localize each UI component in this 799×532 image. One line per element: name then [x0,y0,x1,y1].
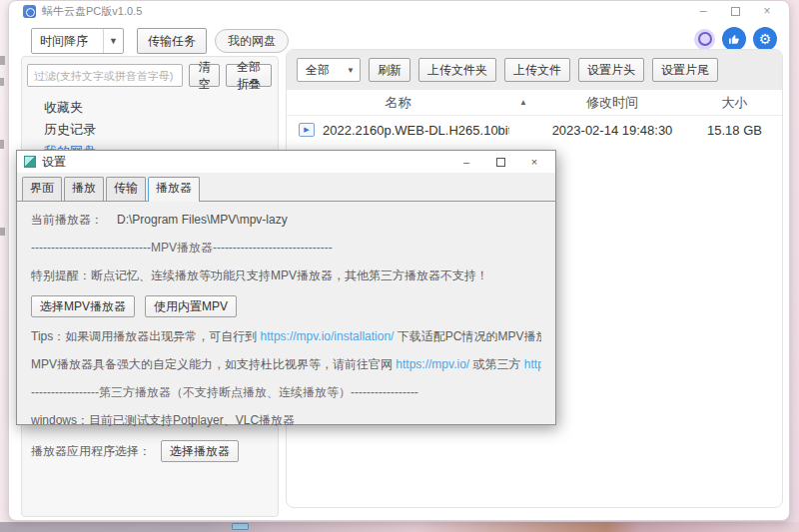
tree-item-label: 收藏夹 [44,99,83,117]
table-row[interactable]: ▶ 2022.2160p.WEB-DL.H265.10bit.DDP.mkv 2… [287,116,782,144]
app-logo-icon [23,5,36,18]
sort-asc-icon[interactable]: ▲ [509,98,537,107]
select-mpv-button[interactable]: 选择MPV播放器 [31,295,135,317]
window-title: 蜗牛云盘PC版v1.0.5 [42,4,142,19]
collapse-all-button[interactable]: 全部折叠 [226,64,272,87]
dialog-tabs: 界面 播放 传输 播放器 [17,173,555,201]
upload-file-button[interactable]: 上传文件 [504,58,570,82]
set-intro-button[interactable]: 设置片头 [578,58,644,82]
transfer-tasks-button[interactable]: 传输任务 [137,28,207,54]
filter-input[interactable] [27,64,183,87]
column-size[interactable]: 大小 [687,94,782,112]
set-outro-button[interactable]: 设置片尾 [652,58,718,82]
tips-suffix: 下载适配PC情况的MPV播放器即可。 [394,329,541,343]
tree-item-history[interactable]: 历史记录 [22,119,278,141]
titlebar: 蜗牛云盘PC版v1.0.5 – × [9,1,789,21]
column-modified[interactable]: 修改时间 [537,94,687,112]
video-file-icon: ▶ [299,123,315,137]
settings-dialog: 设置 – × 界面 播放 传输 播放器 当前播放器：D:\Program Fil… [16,150,556,425]
minimize-icon[interactable]: – [687,1,719,21]
tab-player[interactable]: 播放器 [148,177,200,202]
current-player-label: 当前播放器： [31,213,103,227]
tab-transfer[interactable]: 传输 [106,177,146,201]
column-name[interactable]: 名称 [287,94,509,112]
dialog-minimize-icon[interactable]: – [449,151,483,173]
third-party-divider: -----------------第三方播放器（不支持断点播放、连续播放等）--… [31,384,541,401]
select-player-button[interactable]: 选择播放器 [161,440,239,462]
file-size: 15.18 GB [687,123,782,138]
sort-order-value: 时间降序 [32,33,103,50]
file-modified: 2023-02-14 19:48:30 [537,123,687,138]
dialog-body: 当前播放器：D:\Program Files\MPV\mpv-lazy ----… [17,201,555,462]
mpv-info-prefix: MPV播放器具备强大的自定义能力，如支持杜比视界等，请前往官网 [31,357,396,371]
chevron-down-icon: ▼ [103,29,123,53]
thumbs-up-icon[interactable] [722,27,746,51]
player-select-label: 播放器应用程序选择： [31,443,151,460]
windows-support-text: windows：目前已测试支持Potplayer、VLC播放器 [31,412,541,429]
type-filter-dropdown[interactable]: 全部 ▼ [297,58,361,82]
reminder-text: 特别提醒：断点记忆、连续播放等功能只支持MPV播放器，其他第三方播放器不支持！ [31,267,541,284]
clear-filter-button[interactable]: 清空 [189,64,220,87]
refresh-button[interactable]: 刷新 [369,58,410,82]
sort-order-dropdown[interactable]: 时间降序 ▼ [31,28,124,54]
tree-item-label: 历史记录 [44,121,96,139]
dialog-maximize-icon[interactable] [483,151,517,173]
dialog-title: 设置 [42,154,66,171]
builtin-mpv-button[interactable]: 使用内置MPV [145,295,237,317]
mpv-site-link[interactable]: https://mpv.io/ [396,357,469,371]
mpv-info-mid: 或第三方 [469,357,524,371]
dialog-titlebar: 设置 – × [17,151,555,173]
hooke-link[interactable]: https://hooke007.github.io/ [524,357,541,371]
desktop-artifact [0,78,4,86]
dialog-close-icon[interactable]: × [517,151,551,173]
tab-playback[interactable]: 播放 [64,177,104,201]
file-name: 2022.2160p.WEB-DL.H265.10bit.DDP.mkv [323,123,509,138]
dialog-icon [24,156,36,168]
type-filter-value: 全部 [298,62,342,79]
my-drive-tab[interactable]: 我的网盘 [215,29,289,53]
current-player-path: D:\Program Files\MPV\mpv-lazy [117,213,288,227]
taskbar-app-icon[interactable] [232,523,249,530]
tree-item-favorites[interactable]: 收藏夹 [22,97,278,119]
history-circle-icon[interactable] [694,29,715,50]
mpv-install-link[interactable]: https://mpv.io/installation/ [261,329,395,343]
list-header: 名称 ▲ 修改时间 大小 [287,90,782,116]
upload-folder-button[interactable]: 上传文件夹 [418,58,496,82]
file-toolbar: 全部 ▼ 刷新 上传文件夹 上传文件 设置片头 设置片尾 [287,50,782,90]
tab-interface[interactable]: 界面 [22,177,62,201]
desktop-artifact [0,228,5,236]
settings-gear-icon[interactable]: ⚙ [753,27,777,51]
close-icon[interactable]: × [751,1,783,21]
chevron-down-icon: ▼ [342,66,360,75]
mpv-divider: ------------------------------MPV播放器----… [31,240,541,257]
maximize-icon[interactable] [719,1,751,21]
desktop-artifact [0,140,4,149]
tips-prefix: Tips：如果调用播放器出现异常，可自行到 [31,329,261,343]
desktop-taskbar [0,522,799,532]
desktop-artifact [0,56,5,65]
